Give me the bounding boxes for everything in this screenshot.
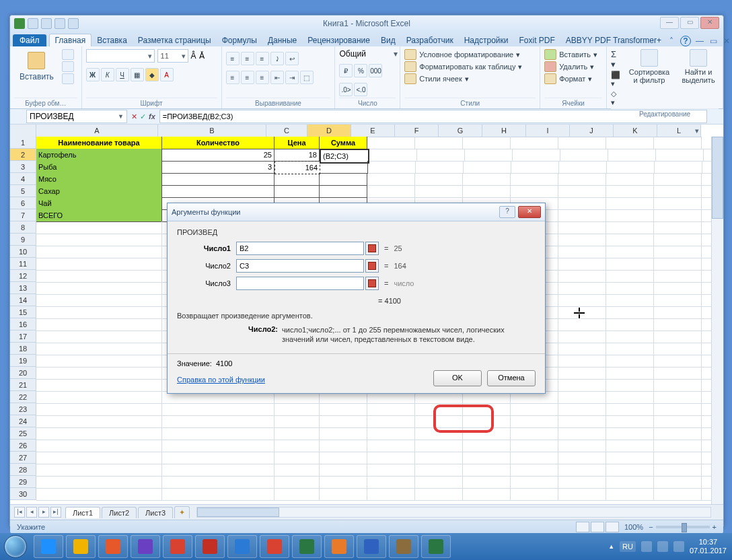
cell-K9[interactable] [654, 234, 702, 246]
currency-icon[interactable]: ₽ [339, 64, 353, 77]
cell-G28[interactable] [463, 464, 511, 477]
col-header-A[interactable]: A [36, 125, 158, 137]
cell-D4[interactable] [320, 173, 367, 186]
cell-E27[interactable] [367, 452, 415, 464]
cell-A10[interactable] [36, 246, 162, 258]
cell-K13[interactable] [654, 282, 702, 295]
cell-H2[interactable] [513, 149, 560, 162]
cell-K27[interactable] [654, 452, 702, 464]
cell-I26[interactable] [558, 440, 606, 452]
align-top-icon[interactable]: ≡ [226, 52, 240, 65]
dialog-titlebar[interactable]: Аргументы функции ? ✕ [168, 203, 545, 221]
cell-I17[interactable] [558, 330, 606, 343]
col-header-G[interactable]: G [439, 125, 482, 137]
cell-I8[interactable] [558, 221, 606, 234]
cell-G4[interactable] [463, 173, 511, 186]
row-header[interactable]: 26 [10, 440, 36, 452]
taskbar-app-0[interactable] [34, 535, 63, 558]
taskbar-app-1[interactable] [66, 535, 96, 558]
row-header[interactable]: 10 [10, 246, 36, 258]
col-header-F[interactable]: F [395, 125, 439, 137]
cell-I28[interactable] [558, 464, 606, 477]
cell-I1[interactable] [558, 137, 606, 149]
tray-network-icon[interactable] [641, 541, 652, 552]
cell-B4[interactable] [162, 173, 274, 186]
cell-F23[interactable] [415, 403, 463, 416]
col-header-C[interactable]: C [266, 125, 307, 137]
cell-K8[interactable] [654, 221, 702, 234]
cell-A20[interactable] [36, 367, 162, 380]
tray-overflow-icon[interactable]: ▲ [608, 543, 614, 550]
cell-H27[interactable] [511, 452, 558, 464]
cell-F2[interactable] [417, 149, 465, 162]
row-header[interactable]: 20 [10, 367, 36, 379]
cell-J2[interactable] [608, 149, 656, 162]
qat-more-icon[interactable] [68, 18, 79, 29]
cell-H23[interactable] [511, 403, 558, 416]
vertical-scrollbar[interactable] [711, 137, 723, 504]
col-header-J[interactable]: J [570, 125, 614, 137]
row-header[interactable]: 3 [10, 161, 36, 173]
row-header[interactable]: 2 [10, 149, 36, 161]
sheet-tab-1[interactable]: Лист1 [65, 507, 100, 518]
cell-I2[interactable] [560, 149, 608, 162]
cell-F25[interactable] [415, 427, 463, 440]
underline-icon[interactable]: Ч [116, 68, 129, 81]
cell-F26[interactable] [415, 440, 463, 452]
cell-G26[interactable] [463, 440, 511, 452]
row-header[interactable]: 13 [10, 282, 36, 294]
cell-I10[interactable] [558, 246, 606, 258]
tab-addins[interactable]: Надстройки [459, 34, 514, 46]
cut-icon[interactable] [62, 49, 74, 60]
cell-G2[interactable] [465, 149, 513, 162]
horizontal-scrollbar[interactable] [196, 507, 711, 518]
cell-I29[interactable] [558, 476, 606, 489]
tab-data[interactable]: Данные [262, 34, 302, 46]
cell-G25[interactable] [463, 427, 511, 440]
cell-C30[interactable] [274, 488, 320, 501]
language-indicator[interactable]: RU [620, 541, 636, 552]
cell-I18[interactable] [558, 343, 606, 355]
cell-K19[interactable] [654, 355, 702, 368]
col-header-D[interactable]: D [307, 125, 351, 137]
row-header[interactable]: 27 [10, 452, 36, 464]
cell-C4[interactable] [274, 173, 320, 186]
row-header[interactable]: 29 [10, 476, 36, 488]
cell-K21[interactable] [654, 379, 702, 392]
cell-E26[interactable] [367, 440, 415, 452]
row-header[interactable]: 6 [10, 197, 36, 209]
cell-I21[interactable] [558, 379, 606, 392]
cell-A15[interactable] [36, 306, 162, 319]
range-select-icon[interactable] [365, 259, 379, 273]
border-icon[interactable]: ▦ [131, 68, 144, 81]
cell-I15[interactable] [558, 306, 606, 319]
cell-I7[interactable] [558, 209, 606, 222]
cell-J22[interactable] [606, 391, 654, 404]
arg-input-3[interactable] [236, 277, 364, 290]
align-mid-icon[interactable]: ≡ [241, 52, 254, 65]
row-header[interactable]: 17 [10, 330, 36, 343]
sheet-tab-3[interactable]: Лист3 [138, 507, 173, 518]
cell-B2[interactable]: 25 [162, 149, 274, 162]
cell-J29[interactable] [606, 476, 654, 489]
cell-K2[interactable] [656, 149, 704, 162]
cell-A7[interactable]: ВСЕГО [36, 209, 162, 222]
cell-B24[interactable] [162, 415, 274, 428]
sheet-nav-next-icon[interactable]: ▸ [38, 507, 49, 518]
cell-A8[interactable] [36, 221, 162, 234]
cell-A22[interactable] [36, 391, 162, 404]
cell-C28[interactable] [274, 464, 320, 477]
cell-C3[interactable]: 164 [274, 161, 320, 174]
dec-decimal-icon[interactable]: <.0 [354, 83, 367, 96]
format-cells-button[interactable]: Формат ▾ [544, 73, 597, 84]
cell-F29[interactable] [415, 476, 463, 489]
cell-K4[interactable] [654, 173, 702, 186]
cell-K18[interactable] [654, 343, 702, 355]
orientation-icon[interactable]: ⤸ [270, 52, 284, 65]
tab-developer[interactable]: Разработчик [401, 34, 459, 46]
cell-I12[interactable] [558, 270, 606, 283]
align-right-icon[interactable]: ≡ [256, 71, 269, 84]
cell-K6[interactable] [654, 197, 702, 210]
cell-A26[interactable] [36, 440, 162, 452]
cell-G1[interactable] [463, 137, 511, 149]
